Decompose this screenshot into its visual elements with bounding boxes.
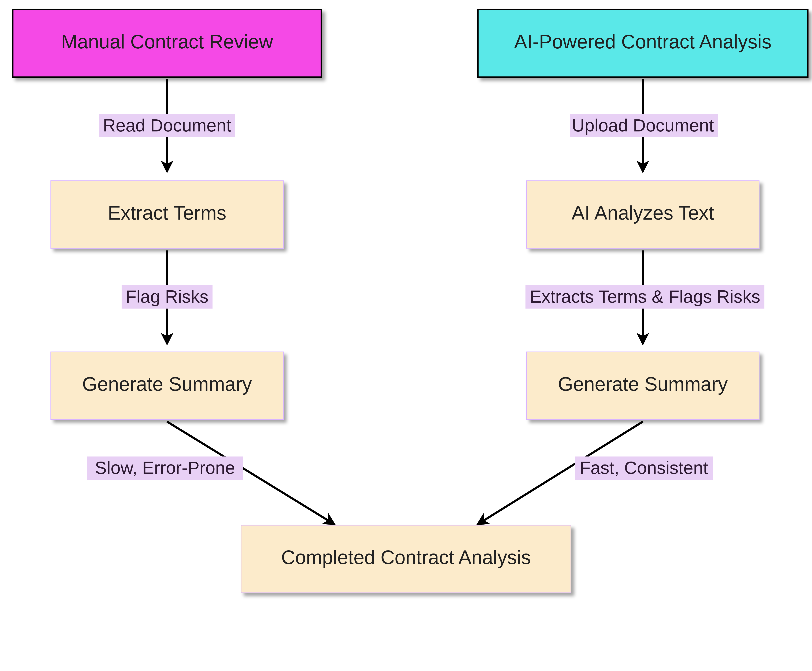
node-ai-analyzes-text: AI Analyzes Text [571, 202, 714, 223]
edge-label-right-3: Fast, Consistent [580, 458, 708, 478]
node-generate-summary-left-text: Generate Summary [82, 373, 252, 395]
edge-label-right-2: Extracts Terms & Flags Risks [530, 286, 761, 307]
node-extract-terms-text: Extract Terms [108, 202, 227, 223]
edge-label-left-2: Flag Risks [126, 286, 208, 307]
node-ai-header-text: AI-Powered Contract Analysis [514, 31, 772, 53]
edge-label-left-1: Read Document [103, 116, 231, 135]
node-manual-header-text: Manual Contract Review [61, 31, 273, 53]
flowchart-canvas: Manual Contract Review Read Document Ext… [0, 0, 812, 671]
node-generate-summary-right-text: Generate Summary [558, 373, 728, 395]
node-end-text: Completed Contract Analysis [281, 547, 531, 568]
edge-label-left-3: Slow, Error-Prone [95, 458, 235, 478]
edge-label-right-1: Upload Document [572, 116, 714, 135]
